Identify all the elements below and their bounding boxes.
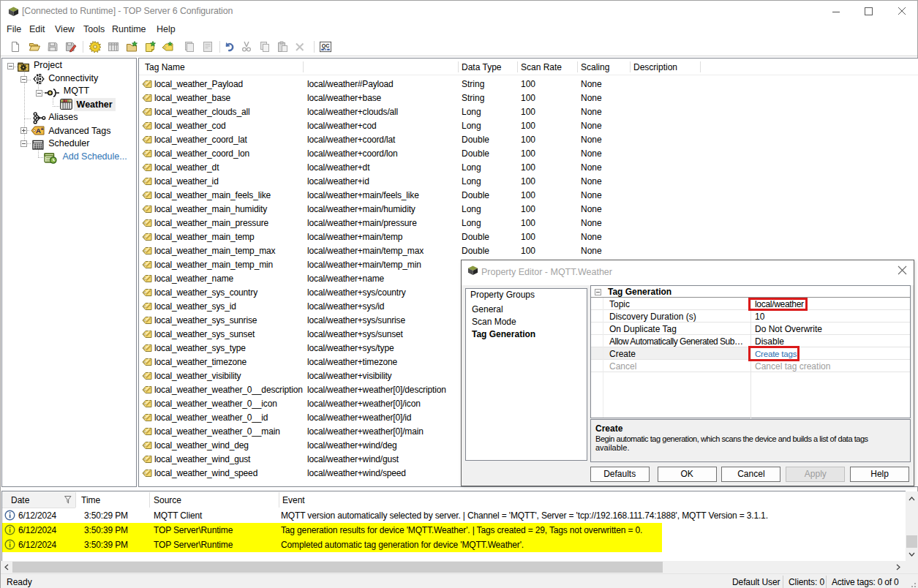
svg-text:+: + (40, 127, 43, 132)
svg-text:QC: QC (322, 43, 330, 49)
